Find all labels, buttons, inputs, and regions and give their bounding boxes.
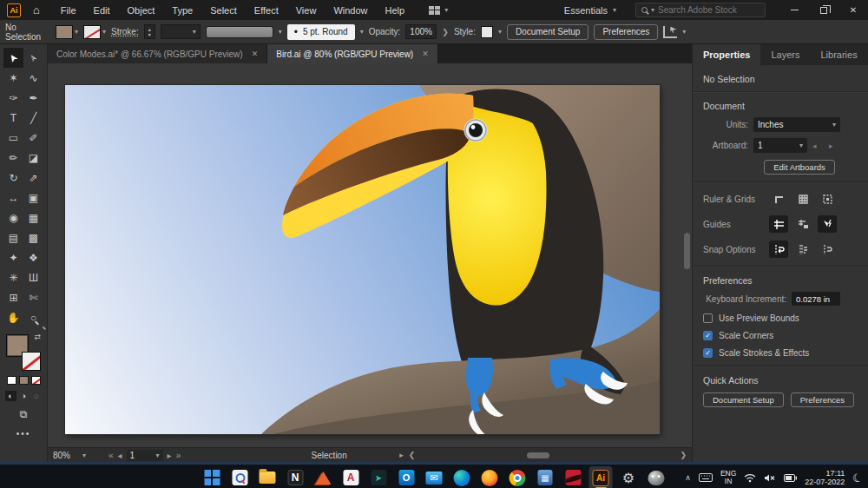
stroke-color-box[interactable] — [22, 352, 41, 371]
lasso-tool[interactable]: ∿ — [23, 68, 43, 88]
magic-wand-tool[interactable]: ✶ — [3, 68, 23, 88]
artboard-dropdown[interactable]: 1 ▾ — [753, 138, 807, 153]
tab-layers[interactable]: Layers — [760, 44, 810, 65]
zoom-level-dropdown[interactable]: 80% ▾ — [53, 451, 103, 460]
symbol-sprayer-tool[interactable]: ✳ — [3, 267, 23, 287]
none-button[interactable] — [31, 376, 41, 385]
touch-keyboard-icon[interactable] — [699, 473, 713, 482]
matlab-icon[interactable] — [312, 466, 335, 488]
tab-color-modes[interactable]: Color Modes.ai* @ 66.67% (RGB/GPU Previe… — [48, 44, 267, 63]
document-setup-button[interactable]: Document Setup — [507, 24, 589, 40]
stroke-color-control[interactable]: ▾ — [83, 25, 106, 39]
scroll-right-icon[interactable]: ❯ — [680, 451, 687, 459]
quick-document-setup-button[interactable]: Document Setup — [703, 392, 784, 407]
arrange-documents-icon[interactable]: ▾ — [429, 6, 448, 15]
artboard-tool[interactable]: ⊞ — [3, 287, 23, 307]
chrome-icon[interactable] — [506, 466, 529, 488]
menu-file[interactable]: File — [52, 3, 85, 18]
snap-to-pixel-button[interactable] — [793, 241, 812, 258]
fill-stroke-control[interactable]: ⇄ — [6, 334, 41, 371]
quick-preferences-button[interactable]: Preferences — [791, 392, 854, 407]
fill-color-control[interactable]: ▾ — [56, 25, 78, 39]
show-rulers-button[interactable] — [769, 190, 788, 208]
smart-guides-button[interactable] — [818, 215, 837, 233]
show-guides-button[interactable] — [769, 215, 788, 233]
zoom-tool[interactable]: ○ — [23, 307, 43, 327]
search-input[interactable] — [658, 5, 753, 15]
close-tab-icon[interactable] — [422, 49, 429, 58]
brush-definition[interactable]: 5 pt. Round — [287, 24, 355, 40]
paintbrush-tool[interactable]: ✐ — [23, 128, 43, 148]
last-artboard-icon[interactable]: » — [176, 451, 181, 460]
close-tab-icon[interactable] — [252, 49, 259, 58]
lock-guides-button[interactable] — [793, 215, 812, 233]
language-indicator[interactable]: ENG IN — [720, 470, 736, 485]
settings-icon[interactable]: ⚙ — [617, 466, 641, 488]
volume-muted-icon[interactable] — [764, 473, 776, 483]
stroke-label[interactable]: Stroke: — [111, 27, 139, 36]
autocad-icon[interactable]: A — [339, 466, 363, 488]
adobe-stock-search[interactable]: ▾ — [635, 3, 766, 17]
tab-libraries[interactable]: Libraries — [810, 44, 867, 65]
screen-mode-icon[interactable]: ⧉ — [20, 408, 28, 420]
stroke-weight-dropdown[interactable]: ▾ — [161, 24, 201, 39]
checkbox-icon[interactable]: ✓ — [703, 331, 713, 340]
edge-icon[interactable] — [450, 466, 474, 488]
artboard-prev-next-icons[interactable]: ◂ ▸ — [812, 142, 838, 150]
type-tool[interactable]: T — [3, 108, 23, 128]
style-swatch[interactable] — [481, 26, 493, 38]
previous-artboard-icon[interactable]: ◂ — [118, 451, 122, 460]
edit-toolbar-icon[interactable]: ••• — [16, 429, 31, 439]
menu-object[interactable]: Object — [119, 3, 164, 18]
snap-to-grid-button[interactable] — [769, 241, 788, 258]
blend-tool[interactable]: ❖ — [23, 247, 43, 267]
shape-builder-tool[interactable]: ◉ — [3, 208, 23, 228]
scrollbar-thumb[interactable] — [527, 452, 549, 458]
checkbox-scale-corners[interactable]: ✓ Scale Corners — [703, 331, 858, 340]
artboard[interactable] — [65, 85, 660, 434]
menu-select[interactable]: Select — [201, 3, 246, 18]
variable-width-profile[interactable] — [206, 26, 273, 38]
eyedropper-tool[interactable]: ✦ — [3, 247, 23, 267]
checkbox-icon[interactable] — [703, 313, 713, 323]
close-button[interactable]: ✕ — [838, 0, 868, 20]
width-tool[interactable]: ↔ — [3, 188, 23, 208]
vertical-scrollbar[interactable] — [684, 233, 690, 269]
column-graph-tool[interactable]: Ш — [23, 267, 43, 287]
status-flyout-icon[interactable]: ▸ — [399, 451, 404, 459]
show-grid-button[interactable] — [793, 190, 812, 208]
preferences-button[interactable]: Preferences — [594, 24, 658, 40]
file-explorer-icon[interactable] — [256, 466, 279, 488]
draw-normal-icon[interactable]: ◐ — [5, 391, 16, 401]
start-icon[interactable] — [201, 466, 224, 488]
perspective-grid-tool[interactable]: ▦ — [23, 208, 43, 228]
menu-edit[interactable]: Edit — [85, 3, 119, 18]
scale-tool[interactable]: ⇗ — [23, 168, 43, 188]
gradient-tool[interactable]: ▩ — [23, 228, 43, 247]
eraser-tool[interactable]: ◪ — [23, 148, 43, 168]
line-segment-tool[interactable]: ╱ — [23, 108, 43, 128]
snap-to-point-button[interactable] — [818, 241, 837, 258]
curvature-tool[interactable]: ✑ — [3, 88, 23, 108]
slice-tool[interactable]: ✄ — [23, 287, 43, 307]
artboard-number-dropdown[interactable]: 1 ▾ — [127, 450, 163, 461]
tray-chevron-up-icon[interactable]: ∧ — [685, 473, 691, 482]
units-dropdown[interactable]: Inches ▾ — [753, 117, 840, 132]
opacity-flyout-icon[interactable]: ❯ — [442, 28, 449, 36]
wifi-icon[interactable] — [744, 473, 756, 483]
opacity-value[interactable]: 100% — [405, 24, 437, 39]
firefox-icon[interactable] — [478, 466, 502, 488]
home-icon[interactable]: ⌂ — [33, 3, 40, 16]
menu-window[interactable]: Window — [325, 3, 376, 18]
checkbox-use-preview-bounds[interactable]: Use Preview Bounds — [703, 313, 858, 323]
keyboard-increment-input[interactable] — [792, 292, 840, 306]
pen-tool[interactable]: ✒ — [23, 88, 43, 108]
mail-icon[interactable]: ✉ — [423, 466, 446, 488]
stroke-weight-stepper[interactable]: ▴▾ — [144, 24, 155, 39]
rotate-tool[interactable]: ↻ — [3, 168, 23, 188]
search-app-icon[interactable] — [228, 466, 252, 488]
draw-behind-icon[interactable]: ◑ — [18, 391, 30, 401]
pencil-tool[interactable]: ✏ — [3, 148, 23, 168]
horizontal-scrollbar[interactable] — [420, 452, 674, 459]
draw-inside-icon[interactable]: ◌ — [31, 391, 43, 401]
